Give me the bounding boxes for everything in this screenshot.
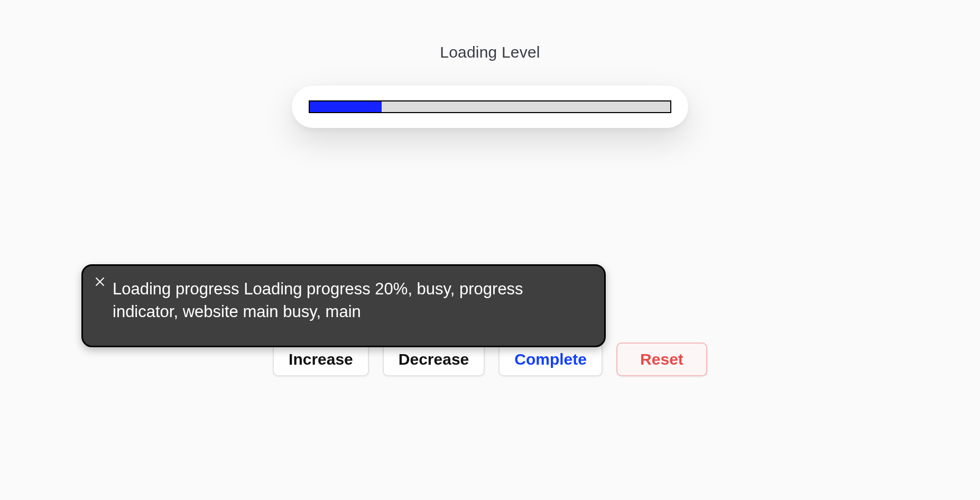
accessibility-announcement-panel: Loading progress Loading progress 20%, b… [81,264,606,347]
decrease-button[interactable]: Decrease [383,342,485,376]
progress-card [292,86,688,128]
page-heading: Loading Level [0,43,980,61]
progress-bar-fill [310,101,382,112]
reset-button[interactable]: Reset [616,342,707,376]
close-icon[interactable] [93,274,107,289]
complete-button[interactable]: Complete [498,342,603,376]
progress-bar [309,100,671,113]
increase-button[interactable]: Increase [273,342,369,376]
accessibility-announcement-text: Loading progress Loading progress 20%, b… [113,280,523,321]
button-row: Increase Decrease Complete Reset [273,342,707,376]
